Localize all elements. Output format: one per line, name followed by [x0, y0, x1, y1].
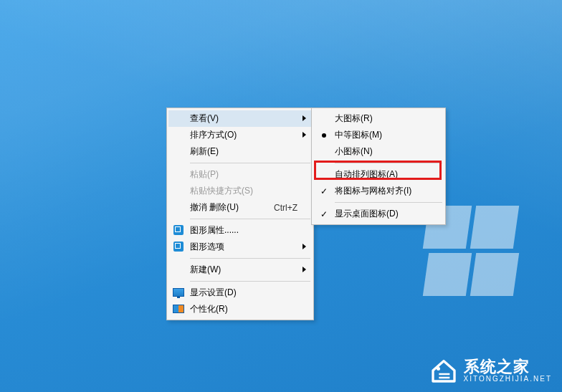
menu-item-label: 粘贴(P)	[190, 168, 297, 181]
menu-sort-by[interactable]: 排序方式(O)	[168, 127, 312, 143]
menu-refresh[interactable]: 刷新(E)	[168, 143, 312, 160]
menu-item-label: 新建(W)	[190, 264, 297, 276]
menu-paste-shortcut: 粘贴快捷方式(S)	[168, 183, 312, 199]
view-submenu: 大图标(R) 中等图标(M) 小图标(N) 自动排列图标(A) ✓ 将图标与网格…	[311, 107, 446, 225]
menu-separator	[190, 219, 310, 219]
menu-item-label: 显示设置(D)	[190, 287, 297, 299]
check-icon: ✓	[320, 209, 328, 219]
menu-undo-delete[interactable]: 撤消 删除(U) Ctrl+Z	[168, 199, 312, 216]
submenu-align-to-grid[interactable]: ✓ 将图标与网格对齐(I)	[313, 183, 444, 199]
submenu-arrow-icon	[303, 267, 306, 272]
submenu-show-desktop-icons[interactable]: ✓ 显示桌面图标(D)	[313, 206, 444, 222]
watermark-title: 系统之家	[464, 358, 553, 376]
submenu-item-label: 小图标(N)	[335, 145, 429, 158]
check-icon: ✓	[320, 186, 328, 196]
watermark: 系统之家 XITONGZHIJIA.NET	[429, 356, 553, 385]
menu-item-label: 刷新(E)	[190, 145, 297, 158]
submenu-item-label: 大图标(R)	[335, 113, 429, 125]
radio-dot-icon	[322, 133, 326, 138]
submenu-item-label: 显示桌面图标(D)	[335, 208, 429, 220]
menu-item-label: 查看(V)	[190, 113, 297, 125]
menu-separator	[190, 281, 310, 282]
submenu-auto-arrange[interactable]: 自动排列图标(A)	[313, 166, 444, 183]
submenu-arrow-icon	[303, 244, 306, 249]
menu-item-label: 图形属性......	[190, 224, 297, 236]
menu-view[interactable]: 查看(V)	[168, 110, 312, 127]
monitor-icon	[173, 287, 184, 298]
submenu-item-label: 中等图标(M)	[335, 129, 429, 141]
submenu-small-icons[interactable]: 小图标(N)	[313, 143, 444, 160]
submenu-arrow-icon	[303, 115, 306, 121]
menu-personalize[interactable]: 个性化(R)	[168, 301, 312, 317]
desktop-context-menu: 查看(V) 排序方式(O) 刷新(E) 粘贴(P) 粘贴快捷方式(S) 撤消 删…	[166, 107, 314, 320]
submenu-item-label: 将图标与网格对齐(I)	[335, 185, 429, 197]
submenu-medium-icons[interactable]: 中等图标(M)	[313, 127, 444, 143]
personalize-icon	[173, 303, 184, 315]
submenu-item-label: 自动排列图标(A)	[335, 168, 429, 181]
menu-item-label: 个性化(R)	[190, 303, 297, 315]
menu-new[interactable]: 新建(W)	[168, 262, 312, 278]
submenu-arrow-icon	[303, 132, 306, 138]
menu-separator	[335, 202, 442, 203]
svg-point-0	[437, 367, 440, 371]
menu-item-label: 图形选项	[190, 241, 297, 253]
menu-graphics-options[interactable]: 图形选项	[168, 239, 312, 255]
desktop-background: 查看(V) 排序方式(O) 刷新(E) 粘贴(P) 粘贴快捷方式(S) 撤消 删…	[0, 0, 562, 392]
menu-separator	[190, 258, 310, 259]
menu-graphics-properties[interactable]: 图形属性......	[168, 222, 312, 239]
menu-item-label: 粘贴快捷方式(S)	[190, 185, 297, 197]
menu-item-shortcut: Ctrl+Z	[274, 203, 297, 213]
submenu-large-icons[interactable]: 大图标(R)	[313, 110, 444, 127]
menu-item-label: 排序方式(O)	[190, 129, 297, 141]
menu-item-label: 撤消 删除(U)	[190, 201, 267, 214]
intel-graphics-icon	[173, 241, 184, 252]
watermark-url: XITONGZHIJIA.NET	[464, 375, 553, 383]
menu-paste: 粘贴(P)	[168, 166, 312, 183]
intel-graphics-icon	[173, 224, 184, 236]
menu-separator	[335, 163, 442, 163]
watermark-house-icon	[429, 356, 458, 385]
menu-display-settings[interactable]: 显示设置(D)	[168, 285, 312, 301]
menu-separator	[190, 163, 310, 163]
